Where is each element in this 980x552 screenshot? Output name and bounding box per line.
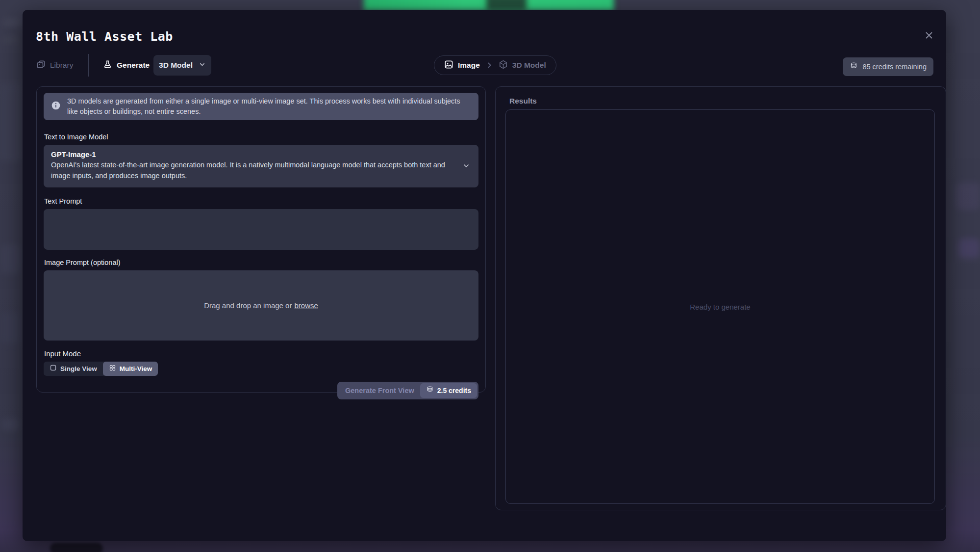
step-3d-model[interactable]: 3D Model xyxy=(499,60,546,71)
chevron-down-icon xyxy=(462,162,470,170)
single-view-label: Single View xyxy=(60,365,97,372)
browse-link[interactable]: browse xyxy=(294,301,318,310)
info-icon xyxy=(51,101,61,112)
background-blur-blob xyxy=(2,418,20,431)
tab-generate[interactable]: Generate xyxy=(103,55,150,75)
nav-divider xyxy=(88,54,89,77)
chevron-down-icon xyxy=(199,61,206,70)
tab-library-label: Library xyxy=(50,61,73,70)
dropzone-text: Drag and drop an image or xyxy=(204,301,292,310)
close-icon xyxy=(924,35,934,42)
generate-button-label: Generate Front View xyxy=(339,387,420,394)
model-name: GPT-Image-1 xyxy=(51,150,455,158)
results-empty-area: Ready to generate xyxy=(505,109,935,504)
background-blur-blob xyxy=(956,183,980,210)
step-image-label: Image xyxy=(458,61,480,70)
checkbox-icon xyxy=(50,364,57,373)
generate-cost-pill: 2.5 credits xyxy=(420,383,477,398)
asset-lab-modal: 8th Wall Asset Lab Library Generate 3D M… xyxy=(23,10,946,541)
image-icon xyxy=(444,60,453,71)
model-description: OpenAI's latest state-of-the-art image g… xyxy=(51,160,455,182)
multi-view-label: Multi-View xyxy=(120,365,152,372)
background-blur-blob xyxy=(958,238,980,258)
background-bottom-pill xyxy=(50,543,103,552)
text-prompt-label: Text Prompt xyxy=(44,197,478,205)
generate-row: Generate Front View 2.5 credits xyxy=(44,382,478,399)
coins-icon xyxy=(426,386,434,395)
background-blur-blob xyxy=(1,244,21,274)
grid-icon xyxy=(109,364,116,373)
generation-type-value: 3D Model xyxy=(159,61,193,70)
text-prompt-input[interactable] xyxy=(44,209,478,250)
results-title: Results xyxy=(509,97,936,105)
library-icon xyxy=(36,60,46,71)
generate-cost-label: 2.5 credits xyxy=(437,387,471,394)
credits-badge[interactable]: 85 credits remaining xyxy=(843,57,933,76)
model-section-label: Text to Image Model xyxy=(44,133,478,141)
step-3d-model-label: 3D Model xyxy=(512,61,546,70)
input-mode-segmented-control: Single View Multi-View xyxy=(44,362,158,376)
results-panel: Results Ready to generate xyxy=(495,86,946,510)
tab-library[interactable]: Library xyxy=(36,55,73,75)
step-image[interactable]: Image xyxy=(444,60,480,71)
background-blur-blob xyxy=(2,36,19,43)
coins-icon xyxy=(850,62,858,72)
chevron-right-icon xyxy=(485,61,493,69)
image-dropzone[interactable]: Drag and drop an image or browse xyxy=(44,270,478,341)
flask-icon xyxy=(103,60,112,71)
info-banner-text: 3D models are generated from either a si… xyxy=(67,96,471,117)
text-to-image-model-select[interactable]: GPT-Image-1 OpenAI's latest state-of-the… xyxy=(44,145,478,187)
background-green-glow-gap xyxy=(486,0,527,11)
multi-view-option[interactable]: Multi-View xyxy=(103,362,158,376)
tab-generate-label: Generate xyxy=(117,61,150,70)
generation-form-panel: 3D models are generated from either a si… xyxy=(36,86,486,393)
results-empty-state: Ready to generate xyxy=(690,303,750,311)
image-prompt-label: Image Prompt (optional) xyxy=(44,259,478,266)
pipeline-stepper: Image 3D Model xyxy=(434,55,556,75)
single-view-option[interactable]: Single View xyxy=(44,362,103,376)
credits-badge-label: 85 credits remaining xyxy=(862,63,927,71)
screen: 8th Wall Asset Lab Library Generate 3D M… xyxy=(0,0,980,552)
generation-type-dropdown[interactable]: 3D Model xyxy=(153,55,211,76)
input-mode-label: Input Mode xyxy=(44,349,478,358)
page-title: 8th Wall Asset Lab xyxy=(36,29,173,44)
cube-icon xyxy=(499,60,508,71)
background-blur-blob xyxy=(1,312,21,343)
info-banner: 3D models are generated from either a si… xyxy=(44,93,478,120)
background-blur-blob xyxy=(3,19,22,26)
background-blur-blob xyxy=(0,83,22,162)
close-button[interactable] xyxy=(923,29,935,42)
generate-front-view-button[interactable]: Generate Front View 2.5 credits xyxy=(337,382,478,399)
